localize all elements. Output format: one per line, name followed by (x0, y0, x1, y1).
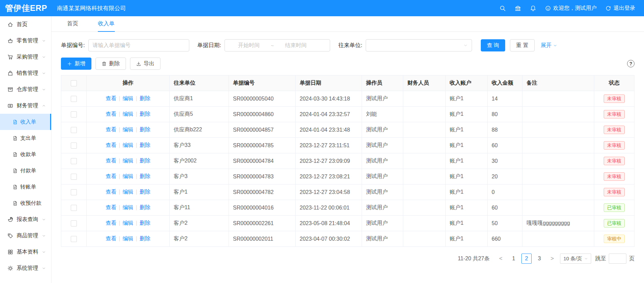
row-action-view[interactable]: 查看 (106, 189, 116, 195)
table-row: 查看|编辑|删除客户33SR000000047852023-12-27 23:1… (61, 138, 635, 153)
row-checkbox[interactable] (71, 127, 77, 133)
logout-button[interactable]: 退出登录 (605, 5, 635, 12)
row-action-view[interactable]: 查看 (106, 111, 116, 117)
action-divider: | (119, 220, 120, 226)
doc-icon (13, 201, 18, 206)
row-select-cell (61, 216, 87, 231)
tab-home[interactable]: 首页 (67, 16, 78, 32)
row-checkbox[interactable] (71, 236, 77, 242)
row-checkbox[interactable] (71, 205, 77, 211)
date-range-picker[interactable]: ~ (224, 39, 330, 51)
bank-icon[interactable] (515, 5, 521, 12)
page-button-2[interactable]: 2 (521, 254, 532, 264)
row-action-edit[interactable]: 编辑 (123, 158, 133, 164)
row-action-delete[interactable]: 删除 (139, 236, 150, 241)
row-action-edit[interactable]: 编辑 (123, 236, 133, 241)
jump-input[interactable] (609, 254, 626, 264)
cell-finance-staff (403, 91, 446, 107)
sidebar-item-finance[interactable]: 财务管理 (0, 97, 51, 114)
sidebar-item-reports[interactable]: 报表查询 (0, 211, 51, 227)
delete-button[interactable]: 删除 (95, 58, 126, 70)
row-action-edit[interactable]: 编辑 (123, 189, 133, 195)
page-size-select[interactable]: 10 条/页 (560, 254, 591, 264)
search-icon[interactable] (499, 5, 506, 12)
column-header: 收入金额 (488, 75, 522, 91)
cell-partner: 客户3 (170, 169, 229, 184)
tab-income[interactable]: 收入单 (98, 16, 115, 32)
add-button[interactable]: 新增 (61, 58, 91, 70)
sidebar-item-advance[interactable]: 收预付款 (0, 195, 51, 211)
docno-input[interactable] (88, 39, 189, 51)
row-action-view[interactable]: 查看 (106, 220, 116, 226)
cell-date: 2024-01-04 23:31:48 (296, 122, 362, 138)
table-row: 查看|编辑|删除客户2SR000000020112023-04-07 00:30… (61, 231, 635, 247)
row-checkbox[interactable] (71, 174, 77, 180)
sidebar-item-pay[interactable]: 付款单 (0, 162, 51, 179)
row-checkbox[interactable] (71, 96, 77, 102)
row-checkbox[interactable] (71, 143, 77, 149)
page-button-3[interactable]: 3 (534, 254, 544, 264)
row-action-delete[interactable]: 删除 (139, 95, 150, 101)
row-action-edit[interactable]: 编辑 (123, 127, 133, 132)
sidebar-item-basic[interactable]: 基本资料 (0, 244, 51, 260)
sidebar-item-receive[interactable]: 收款单 (0, 146, 51, 162)
row-checkbox[interactable] (71, 111, 77, 117)
row-action-delete[interactable]: 删除 (139, 111, 150, 117)
partner-select[interactable] (366, 39, 472, 51)
sidebar-item-sales[interactable]: 销售管理 (0, 65, 51, 81)
export-button[interactable]: 导出 (130, 58, 160, 70)
row-action-edit[interactable]: 编辑 (123, 173, 133, 179)
action-divider: | (136, 111, 137, 117)
cell-operator: 测试用户 (362, 216, 403, 231)
row-action-delete[interactable]: 删除 (139, 189, 150, 195)
chevron-down-icon (553, 44, 557, 47)
next-page-button[interactable]: > (547, 254, 557, 264)
select-all-checkbox[interactable] (71, 80, 77, 86)
row-action-view[interactable]: 查看 (106, 127, 116, 132)
row-action-delete[interactable]: 删除 (139, 158, 150, 164)
bell-icon[interactable] (530, 5, 536, 12)
sidebar-item-home[interactable]: 首页 (0, 16, 51, 32)
basic-icon (7, 249, 13, 255)
expand-link[interactable]: 展开 (541, 42, 557, 49)
row-action-view[interactable]: 查看 (106, 236, 116, 241)
reset-button[interactable]: 重 置 (510, 39, 534, 51)
row-action-delete[interactable]: 删除 (139, 173, 150, 179)
table-header-row: 操作往来单位单据编号单据日期操作员财务人员收入账户收入金额备注状态 (61, 75, 635, 91)
row-action-view[interactable]: 查看 (106, 95, 116, 101)
row-checkbox[interactable] (71, 158, 77, 164)
row-action-edit[interactable]: 编辑 (123, 111, 133, 117)
row-action-view[interactable]: 查看 (106, 204, 116, 210)
cell-remark (522, 107, 594, 122)
row-action-edit[interactable]: 编辑 (123, 220, 133, 226)
date-end-input[interactable] (275, 42, 317, 49)
search-button[interactable]: 查 询 (481, 39, 505, 51)
row-action-view[interactable]: 查看 (106, 158, 116, 164)
date-start-input[interactable] (228, 42, 270, 49)
row-checkbox[interactable] (71, 189, 77, 195)
sidebar-item-income[interactable]: 收入单 (0, 114, 51, 130)
sidebar-item-expense[interactable]: 支出单 (0, 130, 51, 146)
sidebar-item-goods[interactable]: 商品管理 (0, 227, 51, 244)
cell-remark (522, 169, 594, 184)
row-action-edit[interactable]: 编辑 (123, 95, 133, 101)
page-button-1[interactable]: 1 (509, 254, 519, 264)
row-checkbox[interactable] (71, 220, 77, 226)
sidebar-item-purchase[interactable]: 采购管理 (0, 49, 51, 65)
sidebar-item-transfer[interactable]: 转账单 (0, 179, 51, 195)
row-action-view[interactable]: 查看 (106, 173, 116, 179)
row-action-delete[interactable]: 删除 (139, 220, 150, 226)
sidebar-item-warehouse[interactable]: 仓库管理 (0, 81, 51, 97)
row-action-edit[interactable]: 编辑 (123, 204, 133, 210)
row-action-delete[interactable]: 删除 (139, 127, 150, 132)
row-action-delete[interactable]: 删除 (139, 204, 150, 210)
chevron-down-icon (42, 71, 46, 75)
sidebar-item-retail[interactable]: 零售管理 (0, 32, 51, 49)
welcome-user[interactable]: 欢迎您，测试用户 (545, 5, 597, 12)
sidebar-item-system[interactable]: 系统管理 (0, 260, 51, 276)
prev-page-button[interactable]: < (496, 254, 506, 264)
row-action-view[interactable]: 查看 (106, 142, 116, 148)
row-action-delete[interactable]: 删除 (139, 142, 150, 148)
help-icon[interactable] (627, 60, 635, 67)
row-action-edit[interactable]: 编辑 (123, 142, 133, 148)
